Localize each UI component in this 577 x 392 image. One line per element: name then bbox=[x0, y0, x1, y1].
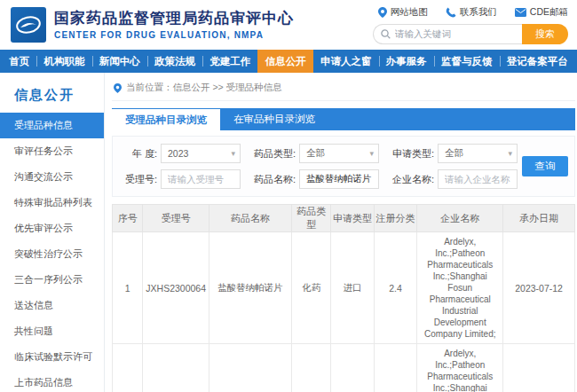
sidebar-menu: 受理品种信息 审评任务公示 沟通交流公示 特殊审批品种列表 优先审评公示 突破性… bbox=[0, 113, 104, 392]
cell-date: 2023-07-12 bbox=[503, 344, 575, 392]
sidebar-item[interactable]: 特殊审批品种列表 bbox=[0, 190, 104, 216]
site-title: 国家药品监督管理局药品审评中心 bbox=[54, 10, 294, 27]
cell-date: 2023-07-12 bbox=[503, 232, 575, 344]
cell-acceptance-no: JXHS2300064 bbox=[143, 232, 209, 344]
acceptance-no-label: 受理号: bbox=[116, 173, 157, 186]
site-search: 搜索 bbox=[373, 24, 568, 44]
chevron-down-icon: ▾ bbox=[508, 149, 512, 158]
chevron-down-icon: ▾ bbox=[369, 149, 374, 158]
table-column-header: 企业名称 bbox=[417, 205, 503, 232]
cde-mail-link[interactable]: CDE邮箱 bbox=[515, 6, 568, 19]
table-body: 1 JXHS2300064 盐酸替纳帕诺片 化药 进口 2.4 Ardelyx,… bbox=[113, 232, 575, 392]
sidebar-item[interactable]: 上市药品信息 bbox=[0, 370, 104, 392]
main-nav: 首页 机构职能 新闻中心 政策法规 党建工作 信息公开 申请人之窗 办事服务 监… bbox=[0, 50, 577, 73]
table-column-header: 序号 bbox=[113, 205, 143, 232]
year-select[interactable]: 2023 ▾ bbox=[161, 144, 241, 163]
tab-bar: 受理品种目录浏览 在审品种目录浏览 bbox=[112, 108, 575, 130]
sidebar-item[interactable]: 三合一序列公示 bbox=[0, 267, 104, 293]
cell-drug-type: 化药 bbox=[291, 232, 330, 344]
cell-reg-class: 2.4 bbox=[374, 232, 416, 344]
chevron-down-icon: ▾ bbox=[231, 149, 235, 158]
cell-company: Ardelyx, Inc.;Patheon Pharmaceuticals In… bbox=[417, 232, 503, 344]
site-title-block: 国家药品监督管理局药品审评中心 CENTER FOR DRUG EVALUATI… bbox=[54, 10, 294, 40]
nav-item[interactable]: 监督与反馈 bbox=[434, 50, 500, 73]
results-table: 序号受理号药品名称药品类型申请类型注册分类企业名称承办日期 1 JXHS2300… bbox=[112, 204, 575, 392]
table-column-header: 药品类型 bbox=[291, 205, 330, 232]
search-input-wrap bbox=[373, 24, 522, 44]
cell-apply-type: 进口 bbox=[331, 232, 374, 344]
nav-item[interactable]: 办事服务 bbox=[379, 50, 434, 73]
search-input[interactable] bbox=[395, 28, 502, 39]
table-header-row: 序号受理号药品名称药品类型申请类型注册分类企业名称承办日期 bbox=[113, 205, 575, 232]
mail-icon bbox=[515, 8, 526, 17]
sidebar-item[interactable]: 临床试验默示许可 bbox=[0, 344, 104, 370]
drug-name-label: 药品名称: bbox=[244, 173, 296, 186]
site-header: 国家药品监督管理局药品审评中心 CENTER FOR DRUG EVALUATI… bbox=[0, 0, 577, 50]
phone-icon bbox=[446, 7, 456, 18]
company-input[interactable] bbox=[438, 169, 518, 189]
table-column-header: 受理号 bbox=[143, 205, 209, 232]
breadcrumb-text: 当前位置：信息公开 >> 受理品种信息 bbox=[126, 82, 282, 94]
sidebar-item[interactable]: 受理品种信息 bbox=[0, 113, 104, 138]
sidebar-item[interactable]: 共性问题 bbox=[0, 318, 104, 344]
drug-type-select[interactable]: 全部 ▾ bbox=[299, 144, 379, 163]
cell-company: Ardelyx, Inc.;Patheon Pharmaceuticals In… bbox=[417, 344, 503, 392]
table-column-header: 承办日期 bbox=[503, 205, 575, 232]
nav-item[interactable]: 机构职能 bbox=[36, 50, 91, 73]
drug-name-input[interactable] bbox=[299, 169, 379, 189]
nav-item[interactable]: 登记备案平台 bbox=[500, 50, 575, 73]
apply-type-select[interactable]: 全部 ▾ bbox=[438, 144, 518, 163]
location-pin-icon bbox=[378, 7, 387, 18]
year-label: 年 度: bbox=[116, 147, 157, 161]
sidebar-item[interactable]: 审评任务公示 bbox=[0, 138, 104, 164]
sidebar: 信息公开 受理品种信息 审评任务公示 沟通交流公示 特殊审批品种列表 优先审评公… bbox=[0, 73, 105, 392]
tab-under-review-catalog[interactable]: 在审品种目录浏览 bbox=[220, 108, 328, 130]
sitemap-link[interactable]: 网站地图 bbox=[378, 6, 428, 19]
tab-accepted-catalog[interactable]: 受理品种目录浏览 bbox=[112, 108, 220, 130]
query-button[interactable]: 查询 bbox=[522, 156, 568, 176]
location-pin-icon bbox=[114, 83, 122, 93]
table-column-header: 申请类型 bbox=[331, 205, 374, 232]
cell-acceptance-no: JXHS2300063 bbox=[143, 344, 209, 392]
nav-item[interactable]: 政策法规 bbox=[147, 50, 202, 73]
sidebar-item[interactable]: 突破性治疗公示 bbox=[0, 241, 104, 267]
nav-item[interactable]: 信息公开 bbox=[257, 50, 312, 73]
company-label: 企业名称: bbox=[383, 173, 434, 186]
table-column-header: 注册分类 bbox=[374, 205, 416, 232]
nav-item[interactable]: 新闻中心 bbox=[92, 50, 147, 73]
nav-item[interactable]: 党建工作 bbox=[202, 50, 257, 73]
table-row[interactable]: 2 JXHS2300063 盐酸替纳帕诺片 化药 进口 2.4 Ardelyx,… bbox=[113, 344, 575, 392]
cell-drug-name: 盐酸替纳帕诺片 bbox=[209, 344, 292, 392]
cde-logo-icon bbox=[13, 10, 43, 40]
sidebar-title: 信息公开 bbox=[0, 80, 104, 113]
breadcrumb: 当前位置：信息公开 >> 受理品种信息 bbox=[112, 80, 575, 101]
sidebar-item[interactable]: 送达信息 bbox=[0, 293, 104, 318]
header-links: 网站地图 联系我们 CDE邮箱 bbox=[378, 6, 568, 19]
cell-drug-type: 化药 bbox=[291, 344, 330, 392]
nav-item[interactable]: 首页 bbox=[2, 50, 36, 73]
main-content: 当前位置：信息公开 >> 受理品种信息 受理品种目录浏览 在审品种目录浏览 年 … bbox=[105, 73, 577, 392]
table-column-header: 药品名称 bbox=[209, 205, 292, 232]
cell-index: 2 bbox=[113, 344, 143, 392]
drug-type-label: 药品类型: bbox=[244, 147, 296, 161]
site-subtitle: CENTER FOR DRUG EVALUATION, NMPA bbox=[54, 30, 294, 40]
nav-item[interactable]: 申请人之窗 bbox=[313, 50, 379, 73]
contact-us-link[interactable]: 联系我们 bbox=[446, 6, 497, 19]
search-icon bbox=[381, 29, 391, 39]
cell-reg-class: 2.4 bbox=[374, 344, 416, 392]
sidebar-item[interactable]: 优先审评公示 bbox=[0, 216, 104, 241]
acceptance-no-input[interactable] bbox=[161, 169, 241, 189]
apply-type-label: 申请类型: bbox=[383, 147, 434, 161]
cell-drug-name: 盐酸替纳帕诺片 bbox=[209, 232, 292, 344]
table-row[interactable]: 1 JXHS2300064 盐酸替纳帕诺片 化药 进口 2.4 Ardelyx,… bbox=[113, 232, 575, 344]
cde-logo bbox=[11, 7, 46, 43]
cell-apply-type: 进口 bbox=[331, 344, 374, 392]
filter-panel: 年 度: 2023 ▾ 药品类型: 全部 ▾ 申请类型: 全部 ▾ 查询 受理号… bbox=[112, 136, 575, 197]
sidebar-item[interactable]: 沟通交流公示 bbox=[0, 164, 104, 190]
search-button[interactable]: 搜索 bbox=[522, 24, 568, 44]
cell-index: 1 bbox=[113, 232, 143, 344]
